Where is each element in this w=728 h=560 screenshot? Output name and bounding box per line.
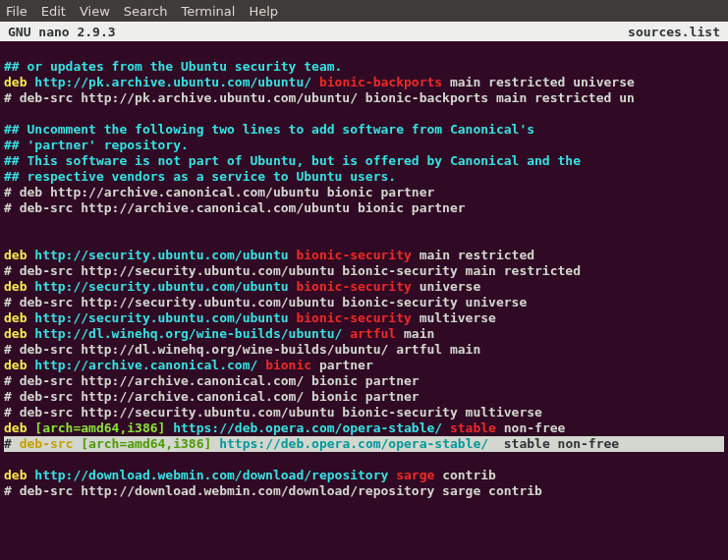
token: deb bbox=[4, 468, 34, 482]
token: # deb http://archive.canonical.com/ubunt… bbox=[4, 185, 434, 199]
token: http://dl.winehq.org/wine-builds/ubuntu/ bbox=[34, 326, 350, 341]
token: partner bbox=[319, 358, 373, 372]
token: bionic-security bbox=[296, 248, 419, 262]
editor-line[interactable] bbox=[4, 106, 724, 122]
token: # deb-src http://security.ubuntu.com/ubu… bbox=[4, 405, 542, 420]
token: deb bbox=[4, 310, 34, 325]
token: non-free bbox=[504, 420, 566, 435]
editor-line[interactable] bbox=[4, 452, 724, 468]
editor-line[interactable]: ## 'partner' repository. bbox=[4, 138, 724, 153]
token: bionic-security bbox=[296, 279, 419, 294]
token: stable bbox=[450, 420, 504, 435]
editor-line[interactable]: # deb-src http://security.ubuntu.com/ubu… bbox=[4, 295, 724, 310]
token: deb bbox=[4, 279, 34, 294]
editor-line[interactable]: deb http://security.ubuntu.com/ubuntu bi… bbox=[4, 248, 724, 263]
token: artful bbox=[350, 326, 404, 341]
editor-line[interactable]: deb http://download.webmin.com/download/… bbox=[4, 468, 724, 483]
editor-line[interactable]: deb http://security.ubuntu.com/ubuntu bi… bbox=[4, 279, 724, 295]
token: deb bbox=[4, 358, 34, 372]
editor-line[interactable]: # deb-src http://download.webmin.com/dow… bbox=[4, 483, 724, 499]
token: main restricted universe bbox=[450, 75, 635, 89]
token: ## Uncomment the following two lines to … bbox=[4, 122, 534, 137]
token: deb bbox=[4, 75, 34, 89]
nano-file-name: sources.list bbox=[628, 25, 724, 39]
editor-line[interactable]: deb http://dl.winehq.org/wine-builds/ubu… bbox=[4, 326, 724, 342]
token: ## respective vendors as a service to Ub… bbox=[4, 169, 396, 184]
token: multiverse bbox=[420, 310, 496, 325]
token: http://security.ubuntu.com/ubuntu bbox=[34, 310, 296, 325]
token: contrib bbox=[442, 468, 496, 482]
editor-line[interactable]: deb http://archive.canonical.com/ bionic… bbox=[4, 358, 724, 373]
editor-line[interactable]: # deb-src [arch=amd64,i386] https://deb.… bbox=[4, 436, 724, 452]
menu-view[interactable]: View bbox=[80, 4, 110, 19]
token: [arch=amd64,i386] bbox=[81, 436, 219, 451]
menu-terminal[interactable]: Terminal bbox=[181, 4, 235, 19]
editor-line[interactable] bbox=[4, 216, 724, 232]
menu-file[interactable]: File bbox=[6, 4, 28, 19]
editor-line[interactable]: deb http://pk.archive.ubuntu.com/ubuntu/… bbox=[4, 75, 724, 90]
nano-title-bar: GNU nano 2.9.3 sources.list bbox=[0, 22, 728, 41]
editor-line[interactable]: ## Uncomment the following two lines to … bbox=[4, 122, 724, 138]
token: http://archive.canonical.com/ bbox=[34, 358, 265, 372]
editor-line[interactable]: ## or updates from the Ubuntu security t… bbox=[4, 59, 724, 75]
token: # deb-src http://archive.canonical.com/ … bbox=[4, 389, 420, 404]
editor-line[interactable]: # deb-src http://archive.canonical.com/ … bbox=[4, 373, 724, 389]
editor-line[interactable]: # deb http://archive.canonical.com/ubunt… bbox=[4, 185, 724, 200]
token: # deb-src http://dl.winehq.org/wine-buil… bbox=[4, 342, 480, 357]
menu-help[interactable]: Help bbox=[249, 4, 278, 19]
editor-line[interactable]: deb [arch=amd64,i386] https://deb.opera.… bbox=[4, 420, 724, 436]
token: main bbox=[404, 326, 434, 341]
editor-line[interactable]: ## respective vendors as a service to Ub… bbox=[4, 169, 724, 185]
menu-edit[interactable]: Edit bbox=[41, 4, 66, 19]
token: # deb-src http://archive.canonical.com/ … bbox=[4, 373, 420, 388]
token: deb bbox=[4, 326, 34, 341]
token: [arch=amd64,i386] bbox=[34, 420, 173, 435]
token: # deb-src http://security.ubuntu.com/ubu… bbox=[4, 295, 527, 309]
token: # bbox=[4, 436, 20, 451]
token: http://security.ubuntu.com/ubuntu bbox=[34, 248, 296, 262]
token: bionic-security bbox=[296, 310, 419, 325]
token: deb bbox=[4, 248, 34, 262]
editor-viewport[interactable]: ## or updates from the Ubuntu security t… bbox=[0, 41, 728, 503]
editor-line[interactable] bbox=[4, 43, 724, 59]
editor-line[interactable]: ## This software is not part of Ubuntu, … bbox=[4, 153, 724, 169]
token: http://download.webmin.com/download/repo… bbox=[34, 468, 396, 482]
token: ## 'partner' repository. bbox=[4, 138, 189, 152]
token: bionic bbox=[265, 358, 319, 372]
menu-bar: File Edit View Search Terminal Help bbox=[0, 0, 728, 22]
token: http://security.ubuntu.com/ubuntu bbox=[34, 279, 296, 294]
token: # deb-src http://pk.archive.ubuntu.com/u… bbox=[4, 90, 635, 105]
token: main restricted bbox=[420, 248, 534, 262]
editor-line[interactable]: # deb-src http://archive.canonical.com/u… bbox=[4, 200, 724, 216]
nano-app-name: GNU nano 2.9.3 bbox=[4, 25, 116, 39]
token: ## This software is not part of Ubuntu, … bbox=[4, 153, 581, 168]
token: # deb-src http://security.ubuntu.com/ubu… bbox=[4, 263, 581, 278]
editor-line[interactable]: # deb-src http://security.ubuntu.com/ubu… bbox=[4, 405, 724, 420]
token: ## or updates from the Ubuntu security t… bbox=[4, 59, 342, 74]
menu-search[interactable]: Search bbox=[124, 4, 168, 19]
token: sarge bbox=[396, 468, 442, 482]
editor-line[interactable]: # deb-src http://dl.winehq.org/wine-buil… bbox=[4, 342, 724, 358]
token: https://deb.opera.com/opera-stable/ bbox=[173, 420, 450, 435]
token: # deb-src http://download.webmin.com/dow… bbox=[4, 483, 542, 498]
editor-line[interactable]: # deb-src http://pk.archive.ubuntu.com/u… bbox=[4, 90, 724, 106]
token: stable non-free bbox=[496, 436, 619, 451]
editor-line[interactable]: # deb-src http://security.ubuntu.com/ubu… bbox=[4, 263, 724, 279]
editor-line[interactable] bbox=[4, 232, 724, 248]
token: universe bbox=[420, 279, 481, 294]
token: http://pk.archive.ubuntu.com/ubuntu/ bbox=[34, 75, 319, 89]
token: bionic-backports bbox=[319, 75, 450, 89]
token: deb bbox=[4, 420, 34, 435]
editor-line[interactable]: # deb-src http://archive.canonical.com/ … bbox=[4, 389, 724, 405]
token: # deb-src http://archive.canonical.com/u… bbox=[4, 200, 466, 215]
token: deb-src bbox=[20, 436, 82, 451]
editor-line[interactable]: deb http://security.ubuntu.com/ubuntu bi… bbox=[4, 310, 724, 326]
token: https://deb.opera.com/opera-stable/ bbox=[219, 436, 496, 451]
